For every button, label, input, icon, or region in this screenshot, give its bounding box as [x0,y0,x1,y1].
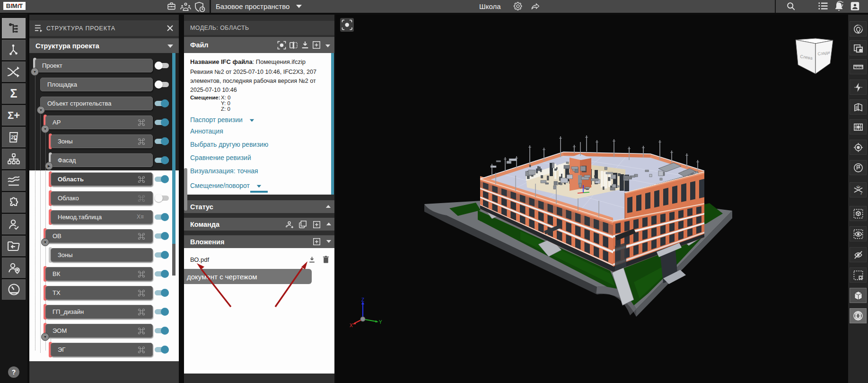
svg-text:Z: Z [361,297,364,303]
svg-text:2D: 2D [11,134,18,140]
svg-text:z: z [860,192,862,195]
svg-text:X: X [350,323,353,328]
svg-text:Y: Y [379,320,382,325]
svg-text:2: 2 [857,185,859,187]
